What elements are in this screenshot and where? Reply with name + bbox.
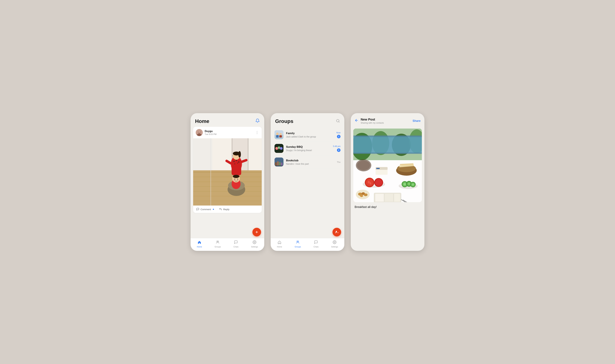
svg-rect-99 [376, 168, 380, 169]
svg-rect-17 [248, 138, 249, 170]
settings-nav-icon [253, 240, 256, 245]
group-avatar-bbq [275, 144, 283, 153]
post-time: Tue 9:03 PM [205, 133, 216, 135]
group-time-bbq: 5:49 pm [333, 145, 340, 147]
bottom-nav-groups: Home Groups Chats [271, 238, 344, 251]
svg-point-45 [218, 241, 219, 242]
phone-newpost: New Post Sharing with my contacts Share [351, 113, 424, 251]
nav-settings-label: Settings [251, 246, 258, 248]
svg-point-75 [298, 241, 299, 242]
svg-point-23 [238, 161, 240, 163]
nav2-settings[interactable]: Settings [331, 240, 338, 248]
home-header: Home [191, 113, 264, 127]
newpost-header: New Post Sharing with my contacts Share [351, 113, 424, 126]
nav-home-label: Home [197, 246, 202, 248]
nav2-home-label: Home [277, 246, 282, 248]
add-post-fab[interactable] [253, 228, 261, 236]
post-user-info: Duygu Tue 9:03 PM [205, 130, 216, 135]
svg-point-25 [237, 163, 238, 164]
group-time-family: Now [336, 131, 340, 134]
header-left: New Post Sharing with my contacts [355, 118, 384, 124]
svg-rect-11 [193, 191, 262, 192]
svg-point-115 [408, 183, 410, 185]
group-avatar-bookclub [275, 157, 283, 167]
svg-rect-7 [193, 172, 262, 172]
group-item-bookclub[interactable]: Bookclub Nandini: I love this part Thu [271, 155, 344, 169]
group-meta-bbq: 5:49 pm 2 [333, 145, 340, 152]
groups-nav-icon [216, 240, 220, 245]
svg-rect-122 [394, 194, 400, 202]
comment-dot [213, 209, 214, 210]
home-title: Home [195, 118, 209, 124]
svg-point-112 [404, 183, 406, 185]
nav-settings[interactable]: Settings [251, 240, 258, 248]
svg-rect-87 [353, 153, 422, 154]
svg-point-39 [237, 179, 238, 180]
group-name-bookclub: Bookclub [286, 159, 334, 162]
group-badge-bbq: 2 [337, 148, 340, 152]
group-item-bbq[interactable]: Sunday BBQ Duygu: I'm bringing these! 5:… [271, 142, 344, 155]
caption-label: Breakfast all day! [355, 205, 377, 208]
post-header: Duygu Tue 9:03 PM ⋮ [193, 127, 262, 138]
svg-point-24 [234, 163, 235, 164]
svg-point-62 [276, 148, 277, 148]
search-icon[interactable] [336, 119, 340, 124]
nav2-home[interactable]: Home [277, 240, 282, 248]
svg-rect-70 [275, 166, 283, 166]
post-actions: Comment Reply [193, 206, 262, 213]
post-card: Duygu Tue 9:03 PM ⋮ [193, 127, 262, 213]
svg-point-105 [375, 179, 382, 186]
nav2-chats[interactable]: Chats [314, 240, 319, 248]
svg-point-127 [360, 195, 363, 197]
nav-chats[interactable]: Chats [233, 240, 239, 248]
svg-point-28 [238, 151, 241, 157]
header-center: New Post Sharing with my contacts [361, 118, 384, 124]
svg-rect-8 [193, 177, 262, 177]
nav-groups[interactable]: Groups [214, 240, 221, 248]
caption-text: Breakfast all day! [353, 202, 422, 210]
add-group-fab[interactable] [333, 228, 341, 236]
svg-point-76 [334, 242, 335, 243]
svg-point-37 [233, 175, 239, 178]
svg-rect-67 [277, 161, 279, 166]
group-preview-bbq: Duygu: I'm bringing these! [286, 149, 330, 152]
svg-rect-9 [193, 182, 262, 182]
phones-container: Home [191, 113, 424, 251]
bottom-nav-home: Home Groups Chats [191, 238, 264, 251]
svg-line-48 [339, 121, 339, 122]
group-preview-bookclub: Nandini: I love this part [286, 163, 334, 165]
nav-groups-label: Groups [214, 246, 221, 248]
comment-button[interactable]: Comment [196, 208, 214, 211]
group-item-family[interactable]: Family Jack added Clark to the group Now… [271, 128, 344, 142]
svg-point-63 [278, 147, 279, 148]
group-name-family: Family [286, 132, 334, 135]
svg-rect-68 [279, 162, 281, 166]
svg-rect-52 [276, 135, 279, 138]
bell-icon[interactable] [255, 118, 260, 124]
reply-label: Reply [223, 208, 229, 211]
svg-point-44 [217, 241, 218, 242]
share-button[interactable]: Share [413, 119, 421, 123]
groups-header: Groups [271, 113, 344, 127]
svg-point-91 [357, 161, 370, 170]
back-icon[interactable] [355, 118, 359, 123]
nav2-groups[interactable]: Groups [295, 240, 301, 248]
svg-rect-12 [193, 196, 262, 196]
svg-rect-86 [353, 135, 422, 137]
svg-point-107 [370, 182, 371, 184]
phone-groups: Groups [271, 113, 344, 251]
svg-point-53 [280, 133, 282, 135]
chats-nav-icon [234, 240, 238, 245]
svg-point-51 [276, 132, 279, 135]
groups-title: Groups [275, 118, 294, 124]
nav2-chats-label: Chats [314, 246, 319, 248]
svg-point-40 [233, 180, 235, 181]
more-options-icon[interactable]: ⋮ [255, 130, 259, 135]
post-username: Duygu [205, 130, 216, 133]
nav-chats-label: Chats [233, 246, 239, 248]
svg-rect-69 [281, 163, 282, 166]
reply-button[interactable]: Reply [219, 208, 229, 211]
post-user: Duygu Tue 9:03 PM [196, 129, 216, 136]
nav-home[interactable]: Home [197, 240, 202, 248]
group-info-family: Family Jack added Clark to the group [286, 132, 334, 138]
